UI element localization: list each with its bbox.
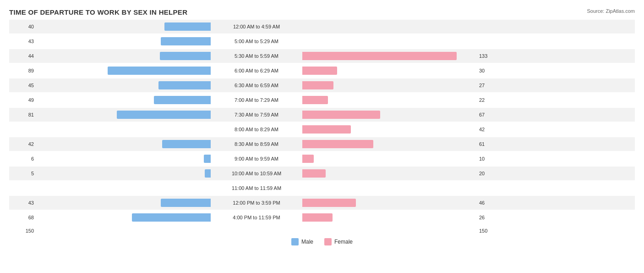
right-bar-area [302, 111, 476, 119]
left-bar-area [37, 125, 211, 134]
table-row: 5 10:00 AM to 10:59 AM 20 [9, 167, 635, 180]
table-row: 8:00 AM to 8:29 AM 42 [9, 123, 635, 136]
time-label: 5:30 AM to 5:59 AM [211, 53, 302, 59]
time-label: 4:00 PM to 11:59 PM [211, 215, 302, 220]
time-label: 6:00 AM to 6:29 AM [211, 68, 302, 73]
chart-container: TIME OF DEPARTURE TO WORK BY SEX IN HELP… [0, 0, 644, 273]
male-bar [161, 37, 211, 45]
axis-right-label: 150 [476, 228, 504, 234]
male-value: 6 [9, 156, 37, 162]
right-bar-area [302, 213, 476, 222]
legend-female-label: Female [334, 239, 353, 245]
female-bar [302, 169, 326, 178]
table-row: 42 8:30 AM to 8:59 AM 61 [9, 137, 635, 151]
male-bar [162, 140, 211, 148]
legend-male: Male [291, 238, 313, 245]
legend-male-label: Male [301, 239, 313, 245]
table-row: 44 5:30 AM to 5:59 AM 133 [9, 49, 635, 63]
table-row: 40 12:00 AM to 4:59 AM [9, 20, 635, 33]
source-label: Source: ZipAtlas.com [587, 8, 635, 14]
right-bar-area [302, 125, 476, 134]
axis-left-label: 150 [9, 228, 37, 234]
right-bar-area [302, 67, 476, 75]
female-bar [302, 81, 333, 89]
time-label: 10:00 AM to 10:59 AM [211, 171, 302, 176]
table-row: 68 4:00 PM to 11:59 PM 26 [9, 211, 635, 224]
left-bar-area [37, 140, 211, 148]
female-value: 42 [476, 127, 504, 132]
right-bar-area [302, 169, 476, 178]
male-bar [204, 155, 211, 163]
right-bar-area [302, 22, 476, 31]
time-label: 7:00 AM to 7:29 AM [211, 97, 302, 103]
table-row: 11:00 AM to 11:59 AM [9, 181, 635, 195]
time-label: 12:00 PM to 3:59 PM [211, 200, 302, 206]
right-bar-area [302, 81, 476, 89]
legend-male-box [291, 238, 299, 245]
axis-row: 150 150 [9, 226, 635, 235]
table-row: 6 9:00 AM to 9:59 AM 10 [9, 152, 635, 166]
legend: Male Female [9, 238, 635, 245]
male-value: 40 [9, 24, 37, 29]
time-label: 11:00 AM to 11:59 AM [211, 185, 302, 191]
left-bar-area [37, 37, 211, 45]
male-value: 5 [9, 171, 37, 176]
left-bar-area [37, 199, 211, 207]
time-label: 5:00 AM to 5:29 AM [211, 39, 302, 44]
right-bar-area [302, 52, 476, 60]
time-label: 6:30 AM to 6:59 AM [211, 83, 302, 88]
left-bar-area [37, 81, 211, 89]
male-value: 81 [9, 112, 37, 117]
table-row: 89 6:00 AM to 6:29 AM 30 [9, 64, 635, 78]
female-value: 61 [476, 141, 504, 147]
male-bar [164, 22, 211, 31]
male-bar [154, 96, 211, 104]
male-bar [132, 213, 211, 222]
female-bar [302, 155, 314, 163]
left-bar-area [37, 155, 211, 163]
table-row: 49 7:00 AM to 7:29 AM 22 [9, 93, 635, 107]
chart-title: TIME OF DEPARTURE TO WORK BY SEX IN HELP… [9, 8, 635, 16]
right-bar-area [302, 96, 476, 104]
female-value: 26 [476, 215, 504, 220]
female-value: 133 [476, 53, 504, 59]
female-value: 22 [476, 97, 504, 103]
right-bar-area [302, 184, 476, 192]
male-bar [205, 169, 211, 178]
right-bar-area [302, 140, 476, 148]
left-bar-area [37, 52, 211, 60]
male-bar [160, 52, 211, 60]
right-bar-area [302, 155, 476, 163]
female-value: 10 [476, 156, 504, 162]
left-bar-area [37, 22, 211, 31]
male-bar [117, 111, 211, 119]
left-bar-area [37, 184, 211, 192]
male-bar [158, 81, 211, 89]
male-value: 43 [9, 39, 37, 44]
male-value: 43 [9, 200, 37, 206]
left-bar-area [37, 169, 211, 178]
female-value: 30 [476, 68, 504, 73]
time-label: 8:30 AM to 8:59 AM [211, 141, 302, 147]
chart-area: 40 12:00 AM to 4:59 AM 43 5:00 AM to 5:2… [9, 20, 635, 224]
left-bar-area [37, 67, 211, 75]
left-bar-area [37, 213, 211, 222]
time-label: 9:00 AM to 9:59 AM [211, 156, 302, 162]
legend-female: Female [324, 238, 353, 245]
female-value: 67 [476, 112, 504, 117]
female-bar [302, 67, 337, 75]
table-row: 43 5:00 AM to 5:29 AM [9, 34, 635, 48]
male-value: 42 [9, 141, 37, 147]
table-row: 43 12:00 PM to 3:59 PM 46 [9, 196, 635, 210]
male-value: 44 [9, 53, 37, 59]
male-bar [161, 199, 211, 207]
female-bar [302, 111, 380, 119]
female-bar [302, 213, 333, 222]
male-value: 68 [9, 215, 37, 220]
female-bar [302, 140, 373, 148]
time-label: 7:30 AM to 7:59 AM [211, 112, 302, 117]
right-bar-area [302, 37, 476, 45]
female-bar [302, 96, 328, 104]
legend-female-box [324, 238, 332, 245]
female-value: 27 [476, 83, 504, 88]
